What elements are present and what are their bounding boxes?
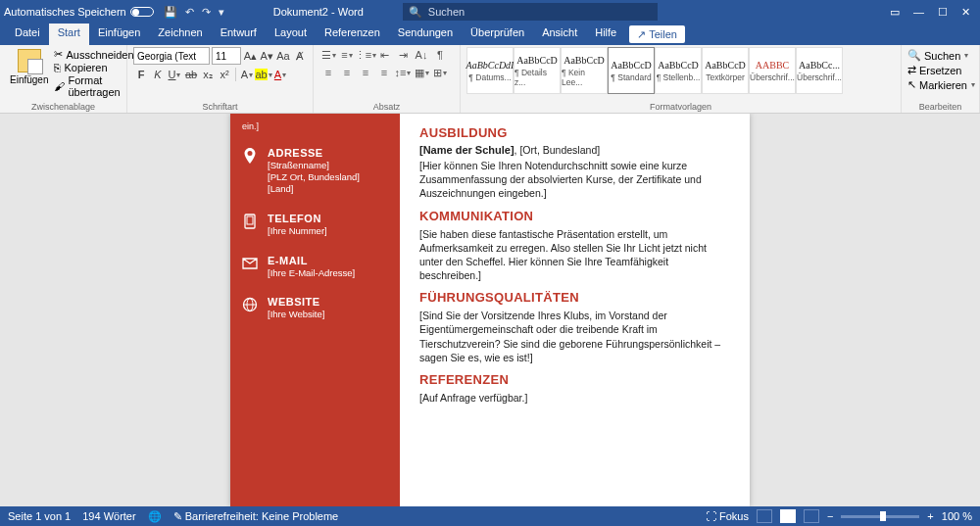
- section-body: [Sie haben diese fantastische Präsentati…: [419, 227, 730, 283]
- contact-line: [Ihre Nummer]: [268, 225, 327, 237]
- view-print-icon[interactable]: [780, 509, 796, 523]
- status-words[interactable]: 194 Wörter: [82, 510, 135, 522]
- document-canvas[interactable]: ein.] ADRESSE[Straßenname][PLZ Ort, Bund…: [0, 114, 980, 506]
- font-color-icon[interactable]: A▾: [272, 67, 288, 82]
- group-edit-label: Bearbeiten: [907, 102, 973, 113]
- borders-icon[interactable]: ⊞▾: [431, 65, 449, 80]
- copy-button[interactable]: ⎘Kopieren: [54, 62, 133, 73]
- paste-label: Einfügen: [10, 74, 48, 85]
- minimize-icon[interactable]: —: [913, 6, 924, 19]
- bold-button[interactable]: F: [133, 67, 149, 82]
- replace-button[interactable]: ⇄Ersetzen: [907, 64, 973, 76]
- grow-font-icon[interactable]: A▴: [243, 48, 258, 64]
- align-left-icon[interactable]: ≡: [319, 65, 337, 80]
- copy-icon: ⎘: [54, 62, 61, 73]
- sidebar-contact-item: E-MAIL[Ihre E-Mail-Adresse]: [242, 255, 388, 279]
- numbering-icon[interactable]: ≡▾: [338, 47, 356, 63]
- sort-icon[interactable]: A↓: [413, 47, 430, 63]
- cut-button[interactable]: ✂Ausschneiden: [54, 48, 133, 61]
- save-icon[interactable]: 💾: [164, 6, 177, 19]
- text-effects-icon[interactable]: A▾: [239, 67, 255, 82]
- superscript-button[interactable]: x²: [217, 67, 232, 82]
- zoom-out-button[interactable]: −: [827, 510, 833, 522]
- qat-more-icon[interactable]: ▾: [219, 6, 224, 19]
- tab-referenzen[interactable]: Referenzen: [316, 24, 389, 45]
- brush-icon: 🖌: [54, 80, 65, 92]
- maximize-icon[interactable]: ☐: [938, 6, 948, 19]
- indent-left-icon[interactable]: ⇤: [375, 47, 393, 63]
- style-option[interactable]: AABBCÜberschrif...: [749, 47, 796, 94]
- sidebar-contact-item: ADRESSE[Straßenname][PLZ Ort, Bundesland…: [242, 147, 388, 195]
- style-option[interactable]: AaBbCcDTextkörper: [702, 47, 749, 94]
- clear-format-icon[interactable]: A̸: [292, 48, 307, 64]
- tab-datei[interactable]: Datei: [6, 24, 49, 45]
- show-marks-icon[interactable]: ¶: [431, 47, 449, 63]
- zoom-slider[interactable]: [841, 515, 919, 518]
- subscript-button[interactable]: x₂: [200, 67, 216, 82]
- view-web-icon[interactable]: [804, 509, 819, 523]
- underline-button[interactable]: U▾: [167, 67, 182, 82]
- format-painter-button[interactable]: 🖌Format übertragen: [54, 74, 133, 98]
- tab-zeichnen[interactable]: Zeichnen: [149, 24, 211, 45]
- section-heading: REFERENZEN: [419, 372, 730, 387]
- tab-einfuegen[interactable]: Einfügen: [89, 24, 149, 45]
- group-paragraph-label: Absatz: [319, 102, 454, 113]
- strikethrough-button[interactable]: ab: [183, 67, 199, 82]
- paste-button[interactable]: Einfügen: [6, 47, 52, 98]
- section-body: [Hier können Sie Ihren Notendurchschnitt…: [419, 159, 730, 201]
- tab-entwurf[interactable]: Entwurf: [212, 24, 266, 45]
- sidebar-cutoff-text: ein.]: [242, 121, 388, 131]
- align-right-icon[interactable]: ≡: [357, 65, 374, 80]
- shrink-font-icon[interactable]: A▾: [260, 48, 274, 64]
- tab-hilfe[interactable]: Hilfe: [586, 24, 625, 45]
- scissors-icon: ✂: [54, 48, 63, 61]
- find-button[interactable]: 🔍Suchen▾: [907, 49, 973, 62]
- search-box[interactable]: 🔍 Suchen: [403, 3, 658, 21]
- share-button[interactable]: ↗Teilen: [629, 25, 685, 43]
- justify-icon[interactable]: ≡: [375, 65, 393, 80]
- autosave-toggle[interactable]: [130, 7, 154, 17]
- contact-line: [Straßenname]: [268, 160, 360, 171]
- bullets-icon[interactable]: ☰▾: [319, 47, 337, 63]
- ribbon-options-icon[interactable]: ▭: [890, 6, 900, 19]
- focus-mode-button[interactable]: ⛶ Fokus: [706, 510, 749, 522]
- style-option[interactable]: AaBbCc...Überschrif...: [796, 47, 843, 94]
- font-size-input[interactable]: [212, 47, 241, 65]
- font-name-input[interactable]: [133, 47, 210, 65]
- line-spacing-icon[interactable]: ↕≡▾: [394, 65, 412, 80]
- status-accessibility[interactable]: ✎ Barrierefreiheit: Keine Probleme: [173, 510, 339, 523]
- tab-start[interactable]: Start: [49, 24, 89, 45]
- multilevel-icon[interactable]: ⋮≡▾: [357, 47, 374, 63]
- style-option[interactable]: AaBbCcD¶ Details z...: [514, 47, 561, 94]
- tab-sendungen[interactable]: Sendungen: [389, 24, 462, 45]
- cut-label: Ausschneiden: [66, 49, 133, 61]
- select-button[interactable]: ↖Markieren▾: [907, 78, 973, 91]
- undo-icon[interactable]: ↶: [185, 6, 194, 19]
- indent-right-icon[interactable]: ⇥: [394, 47, 412, 63]
- group-styles-label: Formatvorlagen: [466, 102, 895, 113]
- page: ein.] ADRESSE[Straßenname][PLZ Ort, Bund…: [230, 114, 750, 506]
- status-page[interactable]: Seite 1 von 1: [8, 510, 71, 522]
- status-language-icon[interactable]: 🌐: [148, 510, 162, 523]
- style-option[interactable]: AaBbCcDdI¶ Datums...: [466, 47, 514, 94]
- find-label: Suchen: [924, 50, 960, 62]
- change-case-icon[interactable]: Aa: [276, 48, 291, 64]
- close-icon[interactable]: ✕: [961, 6, 970, 19]
- zoom-level[interactable]: 100 %: [942, 510, 972, 522]
- tab-ueberpruefen[interactable]: Überprüfen: [462, 24, 533, 45]
- resume-sidebar: ein.] ADRESSE[Straßenname][PLZ Ort, Bund…: [230, 114, 400, 506]
- view-read-icon[interactable]: [757, 509, 772, 523]
- style-option[interactable]: AaBbCcD¶ Standard: [608, 47, 655, 94]
- zoom-in-button[interactable]: +: [927, 510, 933, 522]
- style-option[interactable]: AaBbCcD¶ Stellenb...: [655, 47, 702, 94]
- style-option[interactable]: AaBbCcD¶ Kein Lee...: [561, 47, 608, 94]
- shading-icon[interactable]: ▦▾: [413, 65, 430, 80]
- select-label: Markieren: [919, 79, 967, 91]
- tab-layout[interactable]: Layout: [266, 24, 316, 45]
- italic-button[interactable]: K: [150, 67, 166, 82]
- tab-ansicht[interactable]: Ansicht: [533, 24, 586, 45]
- align-center-icon[interactable]: ≡: [338, 65, 356, 80]
- styles-gallery[interactable]: AaBbCcDdI¶ Datums...AaBbCcD¶ Details z..…: [466, 47, 895, 94]
- redo-icon[interactable]: ↷: [202, 6, 211, 19]
- highlight-icon[interactable]: ab▾: [256, 67, 271, 82]
